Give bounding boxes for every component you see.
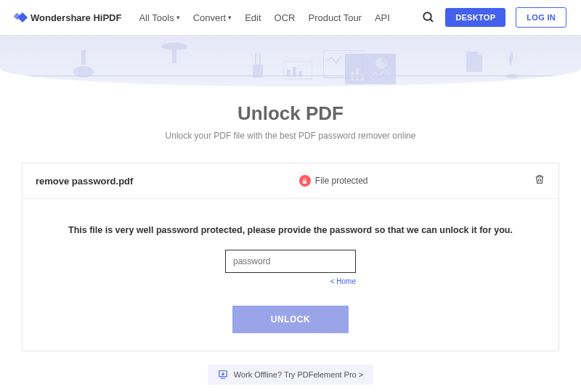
nav-ocr[interactable]: OCR xyxy=(275,12,296,23)
file-row: remove password.pdf File protected xyxy=(23,163,558,199)
nav-all-tools[interactable]: All Tools▾ xyxy=(139,12,179,23)
file-status-label: File protected xyxy=(315,176,368,186)
svg-rect-20 xyxy=(303,181,306,184)
banner xyxy=(0,36,581,86)
file-panel: remove password.pdf File protected This … xyxy=(22,163,559,351)
filename: remove password.pdf xyxy=(36,176,133,187)
desktop-button[interactable]: DESKTOP xyxy=(445,8,505,27)
nav-product-tour[interactable]: Product Tour xyxy=(308,12,361,23)
password-input[interactable] xyxy=(225,250,356,273)
nav-convert[interactable]: Convert▾ xyxy=(193,12,232,23)
download-icon xyxy=(218,369,228,380)
svg-point-19 xyxy=(505,74,519,78)
file-status: File protected xyxy=(299,175,368,187)
delete-button[interactable] xyxy=(534,173,545,188)
svg-rect-18 xyxy=(361,74,364,81)
lock-icon xyxy=(299,175,311,187)
chevron-down-icon: ▾ xyxy=(228,14,232,21)
offline-promo[interactable]: Work Offline? Try PDFelement Pro > xyxy=(208,364,373,385)
svg-line-1 xyxy=(430,19,433,22)
brand-name: Wondershare HiPDF xyxy=(31,12,121,23)
nav-edit[interactable]: Edit xyxy=(245,12,261,23)
nav-api[interactable]: API xyxy=(375,12,390,23)
nav: All Tools▾ Convert▾ Edit OCR Product Tou… xyxy=(139,12,389,23)
login-button[interactable]: LOG IN xyxy=(516,7,566,28)
svg-rect-11 xyxy=(293,67,296,77)
hero: Unlock PDF Unlock your PDF file with the… xyxy=(0,86,581,150)
page-title: Unlock PDF xyxy=(15,102,566,125)
svg-rect-2 xyxy=(81,50,86,65)
offline-promo-label: Work Offline? Try PDFelement Pro > xyxy=(234,370,363,379)
page-subtitle: Unlock your PDF file with the best PDF p… xyxy=(15,131,566,141)
svg-rect-12 xyxy=(298,71,302,77)
svg-point-0 xyxy=(423,12,431,20)
logo-icon xyxy=(15,14,26,21)
chevron-down-icon: ▾ xyxy=(176,14,180,21)
svg-rect-17 xyxy=(356,68,359,81)
logo[interactable]: Wondershare HiPDF xyxy=(15,12,121,23)
home-link[interactable]: < Home xyxy=(225,277,356,285)
search-icon[interactable] xyxy=(422,11,435,24)
svg-rect-16 xyxy=(351,72,354,81)
content: This file is very well password protecte… xyxy=(23,199,558,351)
unlock-button[interactable]: UNLOCK xyxy=(232,306,349,333)
svg-rect-5 xyxy=(172,49,176,63)
svg-rect-6 xyxy=(253,65,263,78)
svg-point-3 xyxy=(73,66,94,78)
password-message: This file is very well password protecte… xyxy=(37,225,544,235)
svg-rect-10 xyxy=(287,70,290,77)
header: Wondershare HiPDF All Tools▾ Convert▾ Ed… xyxy=(0,0,581,36)
